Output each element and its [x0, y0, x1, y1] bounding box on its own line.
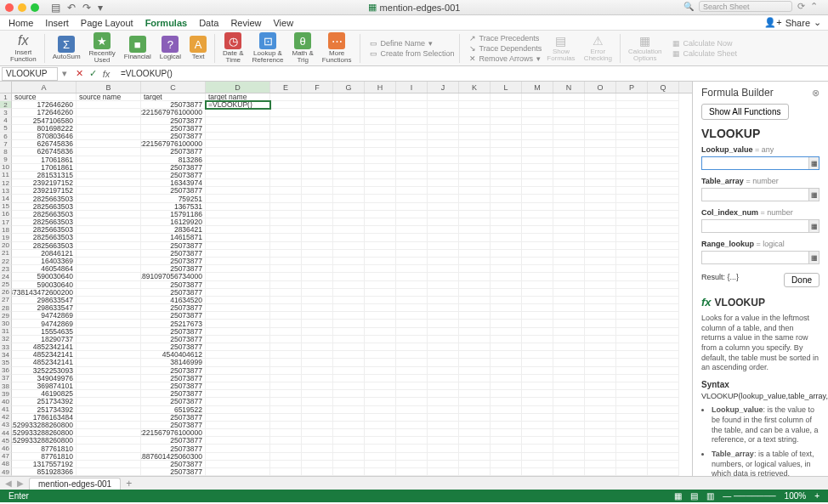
cell[interactable] — [428, 101, 459, 109]
cell[interactable] — [428, 468, 459, 476]
cell[interactable] — [585, 398, 616, 405]
cell[interactable] — [491, 133, 522, 140]
cell[interactable] — [648, 336, 679, 343]
cell[interactable] — [522, 281, 553, 289]
cell[interactable] — [333, 211, 365, 218]
cell[interactable] — [428, 289, 459, 297]
cell[interactable] — [365, 351, 396, 359]
cell[interactable] — [396, 117, 428, 125]
cell[interactable] — [206, 148, 270, 156]
cell[interactable] — [333, 390, 365, 398]
cell[interactable] — [77, 195, 141, 202]
cell[interactable] — [396, 312, 428, 320]
cell[interactable] — [333, 273, 365, 280]
cell[interactable] — [616, 453, 648, 461]
cell[interactable] — [270, 117, 302, 125]
cell[interactable] — [365, 148, 396, 156]
cell[interactable] — [522, 164, 553, 172]
cell[interactable] — [522, 93, 553, 101]
cell[interactable] — [270, 445, 302, 452]
cell[interactable] — [553, 437, 585, 445]
cell[interactable]: 2547106580 — [12, 117, 77, 125]
cell[interactable] — [648, 211, 679, 218]
cell[interactable] — [459, 382, 491, 390]
cell[interactable] — [522, 101, 553, 109]
cell[interactable] — [270, 156, 302, 164]
cell[interactable] — [491, 234, 522, 241]
cell[interactable] — [365, 179, 396, 187]
cell[interactable] — [302, 258, 333, 265]
cell[interactable] — [585, 422, 616, 429]
cell[interactable] — [77, 273, 141, 280]
cell[interactable] — [522, 468, 553, 476]
cell[interactable] — [553, 382, 585, 390]
cell[interactable] — [616, 273, 648, 280]
cell[interactable]: 25073877 — [141, 125, 206, 133]
cell[interactable] — [522, 250, 553, 258]
cell[interactable] — [648, 179, 679, 187]
cell[interactable] — [333, 398, 365, 405]
range-picker-icon[interactable]: ▦ — [808, 252, 819, 263]
cell[interactable] — [365, 218, 396, 226]
cell[interactable] — [206, 273, 270, 280]
cell[interactable] — [428, 234, 459, 241]
cell[interactable] — [365, 226, 396, 234]
cell[interactable] — [459, 109, 491, 116]
cell[interactable] — [302, 312, 333, 320]
cell[interactable]: 25073877 — [141, 258, 206, 265]
close-window-icon[interactable] — [5, 3, 14, 12]
cell[interactable] — [396, 164, 428, 172]
cell[interactable] — [365, 117, 396, 125]
cell[interactable] — [648, 468, 679, 476]
cell[interactable] — [428, 297, 459, 304]
cell[interactable]: 25073877 — [141, 304, 206, 312]
cell[interactable] — [553, 195, 585, 202]
cell[interactable] — [459, 336, 491, 343]
cell[interactable]: 25073877 — [141, 172, 206, 179]
cell[interactable] — [648, 437, 679, 445]
column-header[interactable]: O — [585, 82, 616, 93]
cell[interactable] — [491, 281, 522, 289]
tab-view[interactable]: View — [273, 18, 293, 28]
cell[interactable] — [428, 390, 459, 398]
cell[interactable] — [206, 258, 270, 265]
cell[interactable] — [553, 179, 585, 187]
cell[interactable] — [428, 281, 459, 289]
cell[interactable] — [459, 265, 491, 273]
cell[interactable] — [585, 414, 616, 422]
cell[interactable] — [270, 343, 302, 351]
cell[interactable] — [522, 390, 553, 398]
column-header[interactable]: M — [522, 82, 553, 93]
cell[interactable] — [459, 461, 491, 468]
cell[interactable] — [77, 336, 141, 343]
cell[interactable] — [428, 93, 459, 101]
cell[interactable] — [302, 281, 333, 289]
cell[interactable] — [585, 101, 616, 109]
cell[interactable] — [648, 429, 679, 437]
cell[interactable] — [206, 351, 270, 359]
cell[interactable] — [491, 390, 522, 398]
cell[interactable] — [585, 336, 616, 343]
cell[interactable] — [396, 320, 428, 327]
cell[interactable]: 2836421 — [141, 226, 206, 234]
cell[interactable] — [553, 172, 585, 179]
cell[interactable] — [428, 414, 459, 422]
column-header[interactable]: L — [491, 82, 522, 93]
cell[interactable] — [77, 367, 141, 375]
cell[interactable] — [302, 406, 333, 414]
cell[interactable] — [491, 289, 522, 297]
cell[interactable] — [459, 453, 491, 461]
arg-input[interactable]: ▦ — [701, 219, 819, 233]
cell[interactable] — [522, 406, 553, 414]
cell[interactable] — [648, 93, 679, 101]
cell[interactable] — [333, 281, 365, 289]
cell[interactable] — [302, 468, 333, 476]
cell[interactable] — [522, 187, 553, 195]
cell[interactable] — [77, 172, 141, 179]
cell[interactable] — [270, 406, 302, 414]
cell[interactable] — [302, 351, 333, 359]
cell[interactable] — [333, 203, 365, 211]
cell[interactable] — [270, 429, 302, 437]
cell[interactable] — [616, 429, 648, 437]
cell[interactable] — [459, 375, 491, 382]
